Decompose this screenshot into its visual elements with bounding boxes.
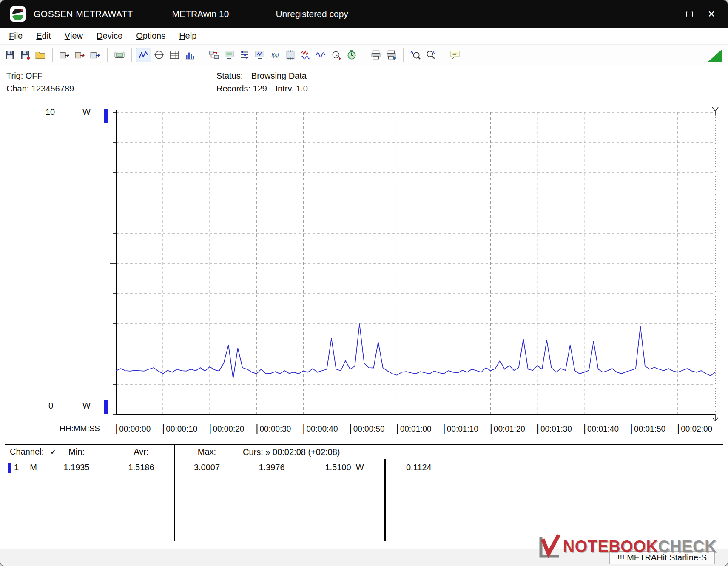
header-cursor: Curs: » 00:02:08 (+02:08) (243, 445, 340, 459)
printer-setup-icon[interactable] (384, 48, 399, 62)
notebookcheck-watermark: NOTEBOOKCHECK (537, 533, 717, 560)
channel-color-marker (8, 463, 11, 473)
value-cursor-b: 1.5100 W (304, 459, 386, 541)
menu-item-edit[interactable]: Edit (29, 28, 57, 45)
formula-icon[interactable]: f(x) (267, 48, 283, 62)
annotation-icon[interactable] (447, 48, 463, 62)
waveform-icon[interactable] (313, 48, 329, 62)
close-button[interactable]: × (700, 0, 722, 28)
value-max: 3.0007 (175, 459, 239, 541)
device-config-icon[interactable] (222, 48, 237, 62)
close-icon: × (708, 7, 715, 21)
interval-value: Intrv. 1.0 (276, 84, 308, 93)
status-value: Browsing Data (251, 71, 307, 80)
menu-item-view[interactable]: View (58, 28, 90, 45)
title-app-name: METRAwin 10 (172, 9, 229, 19)
x-axis-labels: HH:MM:SS |00:00:00|00:00:10|00:00:20|00:… (5, 422, 723, 436)
device-memory-icon[interactable] (283, 48, 298, 62)
channel-list-icon[interactable] (237, 48, 252, 62)
print-icon[interactable] (368, 48, 384, 62)
table-view-icon[interactable] (167, 48, 182, 62)
export-data-icon[interactable] (88, 48, 103, 62)
menu-item-file[interactable]: File (2, 28, 29, 45)
table-header-row: Channel: ✓ Min: Avr: Max: Curs: » 00:02:… (5, 445, 723, 459)
menu-bar: FileEditViewDeviceOptionsHelp (0, 28, 728, 45)
maximize-button[interactable] (678, 0, 700, 28)
channel-status: Chan: 123456789 (6, 82, 74, 95)
value-avr: 1.5186 (108, 459, 175, 541)
status-label: Status: (216, 71, 243, 80)
zoom-search-icon[interactable] (423, 48, 438, 62)
trend-chart-panel[interactable]: 10 W 0 W HH:MM:SS |00:00:00|00:00:10|00:… (5, 106, 723, 444)
svg-text:f(x): f(x) (271, 52, 279, 58)
header-channel: Channel: (5, 445, 45, 459)
x-axis-name: HH:MM:SS (60, 424, 100, 433)
trend-view-icon[interactable] (136, 48, 151, 62)
save-as-icon[interactable] (17, 48, 33, 62)
notebookcheck-logo-icon (537, 533, 563, 560)
x-tick-label: |00:00:10 (162, 422, 197, 434)
minimize-icon (664, 14, 671, 14)
x-tick-label: |00:00:50 (349, 422, 384, 434)
device-transfer-icon[interactable] (206, 48, 222, 62)
minimize-button[interactable] (656, 0, 678, 28)
channel-visible-checkbox[interactable]: ✓ (49, 448, 57, 456)
export-settings-icon[interactable] (72, 48, 88, 62)
y-axis-min-label: 0 (48, 401, 53, 411)
menu-item-device[interactable]: Device (90, 28, 129, 45)
green-indicator-icon (708, 49, 722, 62)
x-tick-label: |00:02:00 (677, 422, 712, 434)
x-tick-label: |00:01:40 (583, 422, 619, 434)
menu-item-help[interactable]: Help (172, 28, 203, 45)
value-cursor-delta: 0.1124 (386, 459, 723, 541)
display-icon[interactable] (112, 48, 127, 62)
records-count: Records: 129 (216, 84, 267, 93)
trigger-status: Trig: OFF (6, 69, 74, 82)
measurement-table: Channel: ✓ Min: Avr: Max: Curs: » 00:02:… (5, 444, 723, 540)
y-axis-unit-top: W (82, 107, 91, 117)
maximize-icon (686, 11, 693, 17)
gossen-metrawatt-logo-icon (10, 6, 26, 22)
open-icon[interactable] (33, 48, 48, 62)
monitor-icon[interactable] (252, 48, 267, 62)
channel-range-marker-bottom[interactable] (104, 400, 108, 414)
channel-number: 1 (14, 463, 19, 472)
acquisition-info-bar: Trig: OFF Chan: 123456789 Status: Browsi… (0, 65, 728, 106)
title-brand: GOSSEN METRAWATT (34, 9, 133, 19)
timer-icon[interactable] (344, 48, 359, 62)
trend-chart[interactable] (5, 106, 724, 445)
x-tick-label: |00:01:20 (490, 422, 525, 434)
dual-wave-icon[interactable] (298, 48, 313, 62)
x-tick-label: |00:01:50 (630, 422, 665, 434)
header-max: Max: (175, 445, 239, 459)
x-tick-label: |00:01:10 (443, 422, 478, 434)
channel-range-marker-top[interactable] (104, 109, 108, 123)
value-min: 1.1935 (46, 459, 108, 541)
x-tick-label: |00:00:00 (115, 422, 151, 434)
y-axis-max-label: 10 (46, 107, 55, 117)
value-cursor-a: 1.3976 (239, 459, 304, 541)
histogram-view-icon[interactable] (182, 48, 197, 62)
watermark-text-2: CHECK (658, 537, 717, 555)
x-tick-label: |00:00:30 (256, 422, 291, 434)
table-row: 1 M 1.1935 1.5186 3.0007 1.3976 1.5100 W… (5, 459, 723, 541)
x-tick-label: |00:01:30 (537, 422, 572, 434)
title-license-note: Unregistered copy (276, 9, 348, 19)
metrawin-window: GOSSEN METRAWATT METRAwin 10 Unregistere… (0, 0, 728, 566)
zoom-wave-icon[interactable] (408, 48, 423, 62)
x-tick-label: |00:01:00 (396, 422, 431, 434)
watermark-text-1: NOTEBOOK (563, 537, 658, 555)
y-axis-unit-bottom: W (82, 401, 91, 411)
menu-item-options[interactable]: Options (129, 28, 172, 45)
x-tick-label: |00:00:20 (209, 422, 244, 434)
header-avr: Avr: (108, 445, 174, 459)
checkmark-icon: ✓ (51, 448, 56, 456)
scope-view-icon[interactable] (151, 48, 167, 62)
x-tick-label: |00:00:40 (302, 422, 338, 434)
title-bar: GOSSEN METRAWATT METRAwin 10 Unregistere… (0, 0, 728, 28)
export-icon[interactable] (57, 48, 72, 62)
clock-sync-icon[interactable] (329, 48, 344, 62)
channel-mode: M (30, 463, 37, 472)
toolbar: f(x) (0, 45, 728, 65)
save-icon[interactable] (2, 48, 17, 62)
